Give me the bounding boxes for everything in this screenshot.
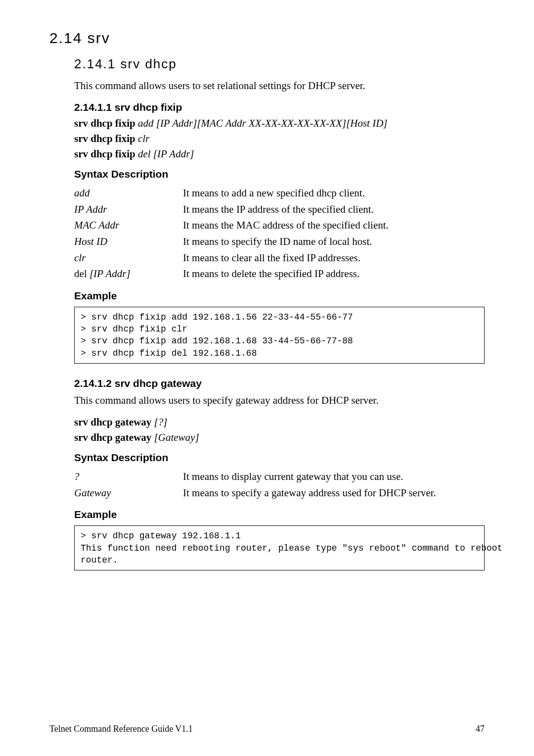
footer-left: Telnet Command Reference Guide V1.1 (49, 724, 193, 734)
heading-3-gateway: 2.14.1.2 srv dhcp gateway (74, 378, 485, 389)
cmd-bold: srv dhcp fixip (74, 148, 138, 160)
def-term: del [IP Addr] (74, 266, 183, 282)
def-desc: It means to delete the specified IP addr… (183, 266, 485, 282)
def-row: del [IP Addr] It means to delete the spe… (74, 266, 485, 282)
def-term-ital: [IP Addr] (89, 268, 131, 280)
cmd-line: srv dhcp fixip del [IP Addr] (74, 148, 485, 160)
def-term: MAC Addr (74, 217, 183, 234)
cmd-ital: del [IP Addr] (138, 148, 194, 160)
def-row: Host ID It means to specify the ID name … (74, 234, 485, 250)
def-desc: It means to specify a gateway address us… (183, 485, 485, 501)
footer-right: 47 (476, 724, 485, 734)
def-desc: It means the MAC address of the specifie… (183, 217, 485, 234)
def-row: ? It means to display current gateway th… (74, 469, 485, 485)
def-term: ? (74, 469, 183, 485)
example-code: > srv dhcp fixip add 192.168.1.56 22-33-… (74, 307, 485, 364)
cmd-bold: srv dhcp fixip (74, 133, 138, 144)
def-term: Host ID (74, 234, 183, 250)
cmd-line: srv dhcp fixip clr (74, 133, 485, 145)
def-term: clr (74, 250, 183, 266)
cmd-bold: srv dhcp gateway (74, 431, 154, 443)
example-heading: Example (74, 509, 485, 520)
intro-text-gateway: This command allows users to specify gat… (74, 393, 485, 407)
cmd-ital: add [IP Addr][MAC Addr XX-XX-XX-XX-XX-XX… (138, 117, 388, 129)
def-desc: It means the IP address of the specified… (183, 201, 485, 218)
def-desc: It means to clear all the fixed IP addre… (183, 250, 485, 266)
intro-text: This command allows users to set relatio… (74, 79, 485, 93)
syntax-heading: Syntax Description (74, 168, 485, 180)
heading-3-fixip: 2.14.1.1 srv dhcp fixip (74, 101, 485, 113)
def-term: add (74, 185, 183, 201)
def-term: IP Addr (74, 201, 183, 218)
def-row: add It means to add a new specified dhcp… (74, 185, 485, 201)
def-term-plain: del (74, 268, 89, 280)
cmd-bold: srv dhcp gateway (74, 416, 154, 428)
cmd-ital: clr (138, 133, 149, 144)
cmd-ital: [Gateway] (154, 431, 199, 443)
cmd-line: srv dhcp fixip add [IP Addr][MAC Addr XX… (74, 117, 485, 130)
def-desc: It means to display current gateway that… (183, 469, 485, 485)
cmd-line: srv dhcp gateway [?] (74, 416, 485, 428)
cmd-line: srv dhcp gateway [Gateway] (74, 431, 485, 444)
example-code: > srv dhcp gateway 192.168.1.1 This func… (74, 525, 485, 570)
def-desc: It means to add a new specified dhcp cli… (183, 185, 485, 201)
def-desc: It means to specify the ID name of local… (183, 234, 485, 250)
cmd-bold: srv dhcp fixip (74, 117, 138, 129)
def-row: Gateway It means to specify a gateway ad… (74, 485, 485, 501)
page-footer: Telnet Command Reference Guide V1.1 47 (49, 724, 485, 734)
heading-1: 2.14 srv (49, 30, 485, 47)
def-row: MAC Addr It means the MAC address of the… (74, 217, 485, 234)
syntax-heading: Syntax Description (74, 452, 485, 464)
cmd-ital: [?] (154, 416, 168, 428)
example-heading: Example (74, 290, 485, 302)
def-term: Gateway (74, 485, 183, 501)
def-row: IP Addr It means the IP address of the s… (74, 201, 485, 218)
heading-2: 2.14.1 srv dhcp (74, 56, 485, 72)
def-row: clr It means to clear all the fixed IP a… (74, 250, 485, 266)
